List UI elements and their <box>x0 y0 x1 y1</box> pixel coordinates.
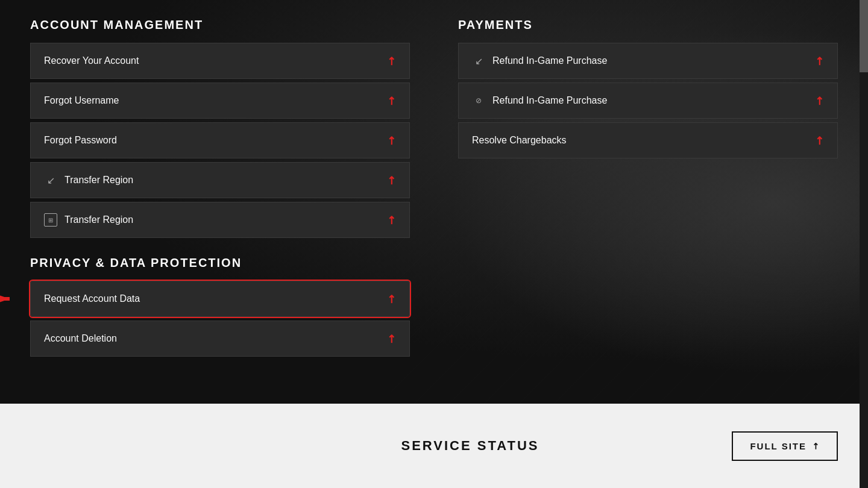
refund-ingame-1-label: Refund In-Game Purchase <box>492 55 607 66</box>
pointer-arrow <box>0 288 19 310</box>
transfer-region-2-item[interactable]: ⊞ Transfer Region ↗ <box>30 202 410 238</box>
full-site-button[interactable]: FULL SITE ↗ <box>732 431 838 461</box>
refund-ingame-1-game-icon: ↙ <box>472 54 485 67</box>
resolve-chargebacks-label: Resolve Chargebacks <box>472 135 567 146</box>
forgot-password-arrow-icon: ↗ <box>383 133 399 148</box>
account-management-list: Recover Your Account ↗ Forgot Username ↗… <box>30 43 410 238</box>
transfer-region-1-item[interactable]: ↙ Transfer Region ↗ <box>30 162 410 198</box>
privacy-list: Request Account Data ↗ Account Deletion … <box>30 281 410 357</box>
refund-ingame-2-item[interactable]: ⊘ Refund In-Game Purchase ↗ <box>458 83 838 119</box>
recover-account-label: Recover Your Account <box>44 55 139 66</box>
forgot-password-item[interactable]: Forgot Password ↗ <box>30 122 410 158</box>
account-deletion-label: Account Deletion <box>44 333 117 344</box>
forgot-username-item[interactable]: Forgot Username ↗ <box>30 83 410 119</box>
resolve-chargebacks-arrow-icon: ↗ <box>811 133 827 148</box>
full-site-arrow-icon: ↗ <box>809 439 822 452</box>
refund-ingame-2-arrow-icon: ↗ <box>811 93 827 108</box>
transfer-region-2-arrow-icon: ↗ <box>383 212 399 228</box>
request-account-data-label: Request Account Data <box>44 293 140 304</box>
footer-middle: SERVICE STATUS <box>283 438 657 454</box>
service-status-label: SERVICE STATUS <box>401 438 539 454</box>
pointer-arrow-svg <box>0 288 19 310</box>
resolve-chargebacks-item[interactable]: Resolve Chargebacks ↗ <box>458 122 838 158</box>
transfer-region-1-label: Transfer Region <box>64 175 133 186</box>
scrollbar[interactable] <box>860 0 868 488</box>
payments-list: ↙ Refund In-Game Purchase ↗ ⊘ Refund In-… <box>458 43 838 158</box>
payments-section: PAYMENTS ↙ Refund In-Game Purchase ↗ ⊘ R… <box>458 18 838 158</box>
footer-right: FULL SITE ↗ <box>657 431 838 461</box>
request-account-data-arrow-icon: ↗ <box>383 291 399 307</box>
footer-left-space <box>30 404 283 488</box>
transfer-region-2-game-icon: ⊞ <box>44 213 57 227</box>
recover-account-arrow-icon: ↗ <box>383 53 399 69</box>
full-site-label: FULL SITE <box>750 441 807 451</box>
refund-ingame-1-item[interactable]: ↙ Refund In-Game Purchase ↗ <box>458 43 838 79</box>
forgot-password-label: Forgot Password <box>44 135 117 146</box>
privacy-section: PRIVACY & DATA PROTECTION <box>30 256 410 357</box>
transfer-region-2-label: Transfer Region <box>64 214 133 225</box>
account-deletion-item[interactable]: Account Deletion ↗ <box>30 321 410 357</box>
privacy-title: PRIVACY & DATA PROTECTION <box>30 256 410 270</box>
transfer-region-1-game-icon: ↙ <box>44 174 57 187</box>
recover-account-item[interactable]: Recover Your Account ↗ <box>30 43 410 79</box>
transfer-region-1-arrow-icon: ↗ <box>383 172 399 188</box>
footer: SERVICE STATUS FULL SITE ↗ <box>0 404 868 488</box>
account-management-title: ACCOUNT MANAGEMENT <box>30 18 410 32</box>
account-deletion-arrow-icon: ↗ <box>383 331 399 346</box>
request-account-data-item[interactable]: Request Account Data ↗ <box>30 281 410 317</box>
refund-ingame-2-game-icon: ⊘ <box>472 94 485 107</box>
scrollbar-thumb[interactable] <box>860 0 868 72</box>
forgot-username-arrow-icon: ↗ <box>383 93 399 108</box>
forgot-username-label: Forgot Username <box>44 95 119 106</box>
account-management-section: ACCOUNT MANAGEMENT Recover Your Account … <box>30 18 410 238</box>
refund-ingame-2-label: Refund In-Game Purchase <box>492 95 607 106</box>
payments-title: PAYMENTS <box>458 18 838 32</box>
refund-ingame-1-arrow-icon: ↗ <box>811 53 827 69</box>
